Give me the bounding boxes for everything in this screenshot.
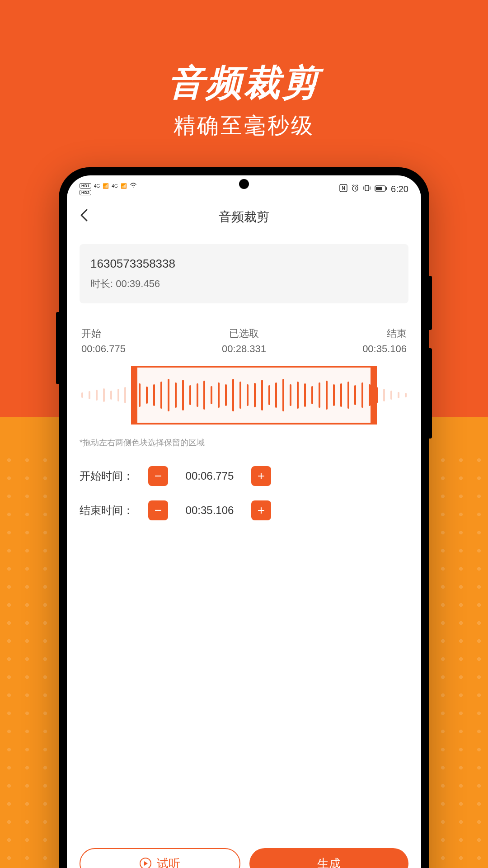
wave-bar	[333, 384, 335, 406]
phone-screen: HD1 4G 📶 4G 📶 HD2 N	[67, 175, 421, 868]
wave-bar	[160, 382, 162, 409]
svg-rect-3	[365, 185, 369, 191]
start-minus-button[interactable]: −	[148, 466, 168, 486]
bottom-actions: 试听 生成	[80, 848, 408, 868]
hd-badge-1: HD1	[80, 183, 91, 189]
waveform-container[interactable]	[80, 366, 408, 425]
start-time-value: 00:06.775	[174, 470, 246, 482]
nfc-icon: N	[339, 184, 347, 194]
wave-bar	[117, 389, 119, 401]
end-plus-button[interactable]: +	[251, 500, 271, 520]
wave-bar	[290, 384, 291, 406]
start-plus-button[interactable]: +	[251, 466, 271, 486]
wave-bar	[340, 383, 342, 407]
wave-bar	[347, 382, 349, 409]
back-button[interactable]	[80, 208, 89, 226]
wave-bar	[232, 379, 234, 411]
wave-bar	[239, 382, 241, 409]
wifi-icon	[130, 183, 137, 189]
wave-bar	[218, 382, 220, 408]
wave-bar	[139, 383, 141, 407]
wave-bar	[131, 385, 133, 405]
svg-rect-5	[376, 187, 382, 190]
time-controls: 开始时间： − 00:06.775 + 结束时间： − 00:35.106 +	[80, 466, 408, 520]
wave-bar	[268, 385, 270, 405]
generate-button[interactable]: 生成	[249, 848, 408, 868]
wave-bar	[376, 387, 378, 403]
svg-rect-6	[386, 187, 387, 190]
file-name: 1630573358338	[90, 257, 398, 271]
page-title: 音频裁剪	[219, 208, 269, 226]
wave-bar	[354, 385, 356, 405]
wave-bar	[247, 384, 249, 406]
wave-bar	[110, 391, 112, 400]
end-time-value: 00:35.106	[174, 504, 246, 517]
wave-bar	[182, 380, 184, 410]
end-time-control: 结束时间： − 00:35.106 +	[80, 500, 408, 520]
signal-bars-icon-2: 📶	[121, 183, 127, 189]
wave-bar	[81, 392, 83, 398]
wave-bar	[146, 387, 148, 404]
status-left: HD1 4G 📶 4G 📶 HD2	[80, 183, 137, 195]
wave-bar	[369, 384, 371, 406]
wave-bar	[405, 393, 407, 397]
wave-bar	[103, 388, 105, 402]
signal-4g-1: 4G	[94, 184, 100, 189]
wave-bar	[197, 383, 198, 407]
file-info-card: 1630573358338 时长: 00:39.456	[80, 244, 408, 303]
wave-bar	[383, 389, 385, 401]
alarm-icon	[351, 184, 359, 194]
signal-4g-2: 4G	[112, 184, 117, 189]
hint-text: *拖动左右两侧色块选择保留的区域	[80, 437, 408, 448]
battery-icon	[375, 184, 387, 194]
wave-bar	[275, 382, 277, 408]
file-duration: 时长: 00:39.456	[90, 277, 398, 291]
promo-header: 音频裁剪 精确至毫秒级	[0, 0, 488, 140]
wave-bar	[390, 391, 392, 400]
status-right: N 6:20	[339, 184, 408, 194]
wave-bar	[361, 382, 363, 408]
start-time-control: 开始时间： − 00:06.775 +	[80, 466, 408, 486]
promo-subtitle: 精确至毫秒级	[0, 111, 488, 140]
wave-bar	[189, 385, 191, 405]
vibrate-icon	[363, 184, 371, 194]
selected-time-label: 已选取 00:28.331	[222, 327, 266, 355]
start-time-label-text: 开始时间：	[80, 469, 143, 483]
wave-bar	[96, 390, 98, 401]
end-minus-button[interactable]: −	[148, 500, 168, 520]
status-time: 6:20	[391, 184, 408, 194]
wave-bar	[225, 384, 227, 406]
wave-bar	[311, 386, 313, 404]
wave-bar	[254, 383, 256, 407]
wave-bar	[89, 391, 90, 399]
end-time-label-text: 结束时间：	[80, 503, 143, 518]
end-time-label: 结束 00:35.106	[362, 327, 407, 355]
hd-badge-2: HD2	[80, 190, 91, 195]
wave-bar	[319, 382, 320, 408]
svg-text:N: N	[342, 186, 345, 191]
app-header: 音频裁剪	[67, 199, 421, 235]
wave-bar	[297, 382, 299, 409]
wave-bar	[282, 379, 284, 411]
wave-bar	[203, 381, 205, 410]
play-icon	[140, 858, 151, 868]
wave-bar	[398, 392, 399, 398]
preview-button[interactable]: 试听	[80, 848, 240, 868]
phone-frame: HD1 4G 📶 4G 📶 HD2 N	[59, 167, 429, 868]
time-labels: 开始 00:06.775 已选取 00:28.331 结束 00:35.106	[80, 327, 408, 355]
signal-bars-icon: 📶	[103, 183, 109, 189]
wave-bar	[211, 386, 212, 404]
wave-bar	[261, 380, 263, 410]
wave-bar	[304, 383, 306, 407]
wave-bar	[175, 382, 177, 408]
promo-title: 音频裁剪	[0, 59, 488, 108]
waveform	[80, 366, 408, 425]
wave-bar	[168, 379, 169, 411]
wave-bar	[124, 387, 126, 403]
wave-bar	[153, 384, 155, 406]
start-time-label: 开始 00:06.775	[81, 327, 126, 355]
wave-bar	[326, 381, 328, 410]
